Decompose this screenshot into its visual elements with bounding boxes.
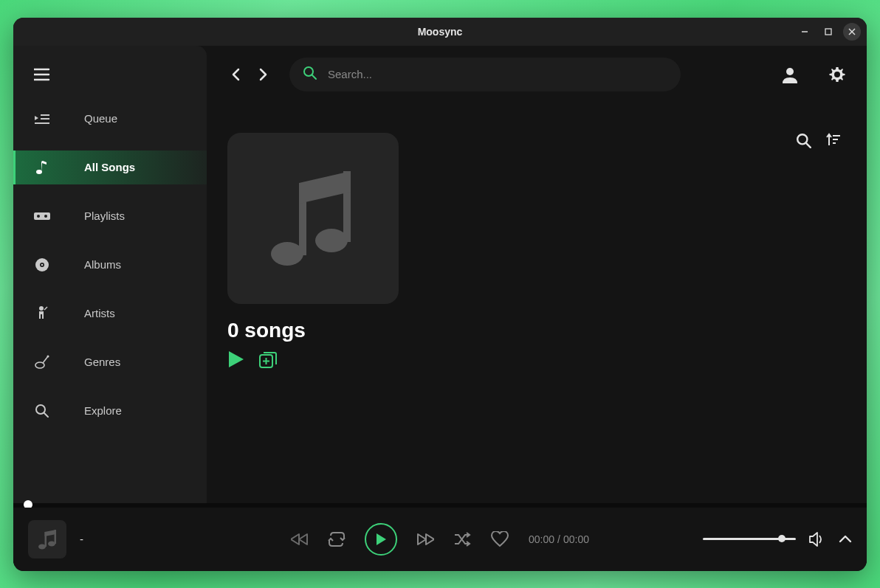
sort-button[interactable]: [825, 133, 840, 149]
svg-line-19: [44, 307, 47, 310]
sidebar-item-all-songs[interactable]: All Songs: [13, 151, 207, 184]
svg-line-26: [312, 75, 316, 79]
volume-area: [703, 532, 852, 547]
album-art-placeholder: [227, 133, 399, 304]
sidebar-item-label: All Songs: [84, 161, 135, 173]
svg-point-36: [271, 242, 303, 266]
sidebar-item-label: Queue: [84, 112, 117, 125]
svg-point-11: [36, 170, 42, 174]
content-search-button[interactable]: [796, 133, 812, 149]
svg-marker-48: [299, 534, 307, 544]
window-title: Moosync: [418, 26, 463, 38]
sidebar-item-albums[interactable]: Albums: [13, 248, 207, 282]
svg-line-31: [806, 143, 811, 148]
svg-marker-51: [418, 534, 426, 544]
svg-point-23: [36, 405, 45, 414]
music-note-icon: [37, 528, 58, 550]
svg-marker-50: [377, 533, 386, 545]
play-all-button[interactable]: [227, 350, 245, 372]
svg-point-29: [834, 72, 840, 77]
maximize-button[interactable]: [819, 23, 837, 41]
svg-point-20: [35, 362, 44, 368]
next-button[interactable]: [416, 533, 434, 546]
svg-marker-7: [35, 116, 38, 120]
now-playing-thumb: [28, 520, 66, 558]
queue-icon: [34, 113, 50, 125]
sidebar-item-label: Albums: [84, 258, 121, 271]
nav-forward-button[interactable]: [254, 66, 272, 83]
svg-rect-12: [34, 212, 50, 220]
playlist-icon: [34, 211, 50, 221]
app-window: Moosync Queue: [13, 18, 867, 571]
window-controls: [796, 23, 861, 41]
search-input[interactable]: [328, 68, 667, 80]
svg-point-25: [304, 67, 313, 76]
music-note-icon: [34, 160, 50, 175]
time-display: 00:00 / 00:00: [529, 533, 589, 545]
sidebar-item-artists[interactable]: Artists: [13, 297, 207, 331]
searchbox[interactable]: [289, 58, 681, 91]
music-note-icon: [265, 167, 361, 270]
shuffle-button[interactable]: [453, 532, 471, 547]
genre-icon: [34, 355, 50, 370]
main-pane: 0 songs: [207, 46, 867, 503]
sidebar-item-genres[interactable]: Genres: [13, 345, 207, 379]
sidebar-item-explore[interactable]: Explore: [13, 394, 207, 428]
sidebar: Queue All Songs Playlists Albums: [13, 46, 207, 503]
time-separator: /: [557, 533, 560, 545]
expand-player-button[interactable]: [839, 535, 852, 544]
player-bar: - 00:00 / 00:00: [13, 508, 867, 571]
sidebar-item-queue[interactable]: Queue: [13, 102, 207, 136]
topbar: [207, 46, 867, 103]
account-button[interactable]: [781, 66, 799, 83]
album-icon: [34, 257, 50, 272]
favorite-button[interactable]: [490, 531, 509, 547]
svg-marker-40: [229, 351, 244, 367]
search-icon: [303, 66, 317, 83]
sidebar-item-label: Genres: [84, 356, 120, 368]
titlebar: Moosync: [13, 18, 867, 46]
volume-handle[interactable]: [778, 535, 786, 542]
time-elapsed: 00:00: [529, 533, 554, 545]
svg-point-30: [797, 134, 807, 144]
content-actions: [227, 350, 846, 372]
player-controls: 00:00 / 00:00: [291, 523, 589, 556]
sidebar-item-label: Explore: [84, 404, 122, 417]
nav-back-button[interactable]: [227, 66, 245, 83]
svg-point-17: [41, 263, 44, 266]
sidebar-item-label: Playlists: [84, 210, 125, 222]
time-total: 00:00: [563, 533, 589, 545]
add-to-queue-button[interactable]: [258, 350, 278, 372]
volume-slider[interactable]: [703, 538, 796, 540]
play-button[interactable]: [365, 523, 397, 556]
settings-button[interactable]: [828, 66, 846, 83]
svg-point-27: [786, 68, 794, 75]
svg-point-13: [37, 215, 40, 218]
repeat-button[interactable]: [328, 531, 346, 547]
artist-icon: [34, 305, 50, 322]
search-icon: [34, 404, 50, 418]
svg-marker-52: [426, 534, 434, 544]
svg-point-18: [39, 306, 44, 311]
minimize-button[interactable]: [796, 23, 814, 41]
svg-line-24: [44, 413, 48, 417]
sidebar-item-playlists[interactable]: Playlists: [13, 199, 207, 233]
volume-button[interactable]: [809, 532, 825, 547]
previous-button[interactable]: [291, 533, 309, 546]
svg-point-14: [44, 215, 47, 218]
content-toolbar: [796, 133, 840, 149]
app-body: Queue All Songs Playlists Albums: [13, 46, 867, 503]
now-playing-title: -: [80, 533, 83, 545]
sidebar-item-label: Artists: [84, 307, 115, 319]
svg-point-37: [315, 229, 348, 252]
svg-marker-49: [291, 534, 299, 544]
svg-line-21: [43, 356, 48, 363]
songs-count-title: 0 songs: [227, 319, 846, 342]
close-button[interactable]: [843, 23, 861, 41]
svg-marker-53: [810, 533, 817, 546]
svg-point-22: [47, 355, 49, 357]
svg-rect-1: [825, 29, 831, 35]
topbar-right: [781, 66, 846, 83]
menu-icon[interactable]: [13, 59, 207, 102]
content-area: 0 songs: [207, 103, 867, 503]
